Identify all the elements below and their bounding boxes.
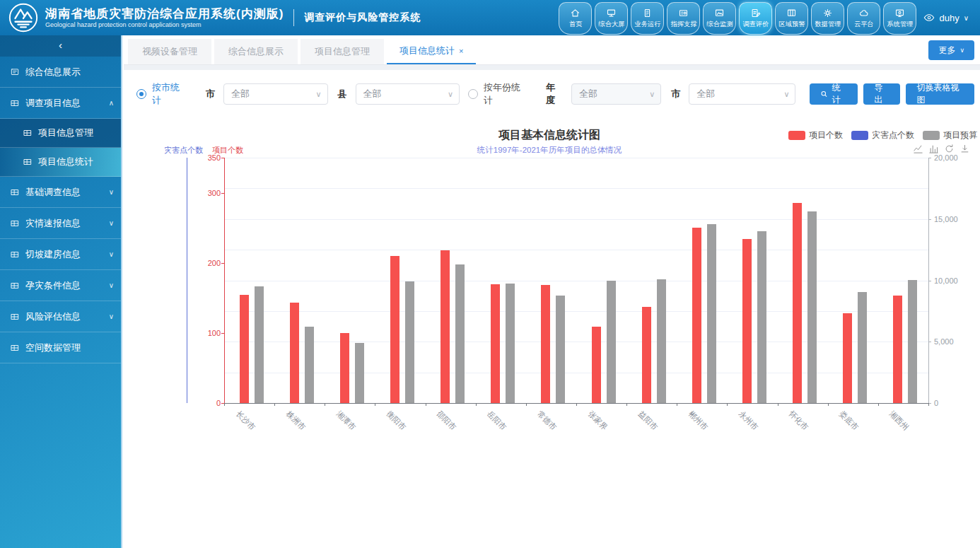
tab-3[interactable]: 项目信息统计× <box>387 39 476 64</box>
line-chart-icon <box>913 144 923 154</box>
x-axis-tick <box>325 403 325 406</box>
x-axis-category-label: 邵阳市 <box>434 409 458 433</box>
table-icon <box>10 281 20 291</box>
more-button[interactable]: 更多 ∨ <box>928 40 974 60</box>
nav-item-system-manage[interactable]: 系统管理 <box>883 2 916 35</box>
x-axis-tick <box>375 403 375 406</box>
download-tool[interactable] <box>959 144 970 156</box>
sidebar-item-4[interactable]: 基础调查信息∨ <box>0 177 121 208</box>
legend-label: 灾害点个数 <box>872 129 914 141</box>
x-axis-category-label: 常德市 <box>535 409 559 433</box>
sidebar-collapse-button[interactable]: ‹ <box>0 35 121 57</box>
bar-projects-11 <box>793 203 802 404</box>
city-select[interactable]: 全部∨ <box>223 83 327 105</box>
nav-item-region-warning[interactable]: 区域预警 <box>775 2 808 35</box>
tab-label: 综合信息展示 <box>228 45 284 58</box>
year-select[interactable]: 全部∨ <box>571 83 661 105</box>
x-axis-tick <box>526 403 527 406</box>
sidebar-item-1[interactable]: 调查项目信息∧ <box>0 88 121 119</box>
legend-item[interactable]: 项目预算 <box>923 129 977 141</box>
sidebar-item-3[interactable]: 项目信息统计 <box>0 148 121 177</box>
nav-item-label: 综合监测 <box>707 20 733 29</box>
sidebar-item-7[interactable]: 孕灾条件信息∨ <box>0 270 121 301</box>
by-city-radio-label[interactable]: 按市统计 <box>152 81 186 107</box>
nav-item-big-screen[interactable]: 综合大屏 <box>595 2 628 35</box>
x-axis-category-label: 益阳市 <box>636 409 660 433</box>
by-year-radio[interactable] <box>468 89 478 99</box>
grid-line <box>224 311 928 312</box>
more-button-label: 更多 <box>938 45 955 57</box>
statistics-button[interactable]: 统计 <box>810 83 858 105</box>
chevron-up-icon: ∧ <box>109 99 114 107</box>
sidebar-item-label: 灾情速报信息 <box>25 217 81 230</box>
tab-label: 项目信息管理 <box>315 45 370 58</box>
left-axis-tick <box>221 333 224 334</box>
bar-budget-9 <box>707 224 716 403</box>
nav-item-cloud[interactable]: 云平台 <box>847 2 880 35</box>
line-chart-tool[interactable] <box>913 144 923 156</box>
right-axis-tick <box>928 158 931 158</box>
filter-bar: 按市统计 市 全部∨ 县 全部∨ 按年份统计 年度 全部∨ 市 全部∨ 统计 <box>124 70 980 107</box>
county-select[interactable]: 全部∨ <box>356 83 460 105</box>
chevron-down-icon: ∨ <box>778 90 789 99</box>
eye-icon <box>923 12 935 23</box>
bar-budget-10 <box>757 231 766 403</box>
table-icon <box>23 128 33 138</box>
close-icon[interactable]: × <box>459 47 463 55</box>
right-axis-tick-label: 0 <box>934 399 938 407</box>
chevron-down-icon: ∨ <box>442 90 453 99</box>
legend-item[interactable]: 项目个数 <box>788 129 843 141</box>
city2-select[interactable]: 全部∨ <box>689 83 795 105</box>
top-nav: 首页综合大屏业务运行指挥支撑综合监测调查评价区域预警数据管理云平台系统管理 <box>559 1 916 35</box>
export-button[interactable]: 导出 <box>863 83 900 105</box>
left-axis-tick-label: 200 <box>191 259 221 267</box>
left-axis-tick-label: 100 <box>191 329 221 337</box>
sidebar-item-label: 切坡建房信息 <box>25 248 81 261</box>
by-city-radio[interactable] <box>136 89 146 99</box>
nav-item-business-run[interactable]: 业务运行 <box>631 2 664 35</box>
city2-label: 市 <box>671 88 680 100</box>
tab-label: 视频设备管理 <box>142 45 197 58</box>
bar-projects-9 <box>692 228 701 403</box>
sidebar-item-2[interactable]: 项目信息管理 <box>0 119 121 148</box>
nav-item-home[interactable]: 首页 <box>559 2 592 35</box>
nav-item-survey-evaluate[interactable]: 调查评价 <box>739 2 772 35</box>
chart-legend: 项目个数灾害点个数项目预算 <box>788 129 977 141</box>
nav-item-label: 云平台 <box>854 20 874 29</box>
by-year-radio-label[interactable]: 按年份统计 <box>484 81 526 107</box>
county-label: 县 <box>338 88 347 100</box>
tab-2[interactable]: 项目信息管理 <box>301 39 384 64</box>
nav-item-label: 业务运行 <box>635 20 661 29</box>
legend-item[interactable]: 灾害点个数 <box>851 129 914 141</box>
sidebar-item-9[interactable]: 空间数据管理 <box>0 332 121 363</box>
right-axis-tick <box>928 342 931 342</box>
table-view-button[interactable]: 切换表格视图 <box>906 83 974 105</box>
nav-item-data-manage[interactable]: 数据管理 <box>811 2 844 35</box>
x-axis-category-label: 衡阳市 <box>384 409 408 433</box>
system-subtitle-en: Geological hazard protection control app… <box>45 21 284 28</box>
bar-projects-3 <box>390 256 399 403</box>
sidebar-item-6[interactable]: 切坡建房信息∨ <box>0 239 121 270</box>
bar-projects-4 <box>441 250 450 403</box>
city2-select-value: 全部 <box>696 88 715 100</box>
sidebar-item-8[interactable]: 风险评估信息∨ <box>0 301 121 332</box>
bar-projects-6 <box>541 285 550 403</box>
nav-item-monitoring[interactable]: 综合监测 <box>703 2 736 35</box>
sidebar-item-5[interactable]: 灾情速报信息∨ <box>0 208 121 239</box>
user-menu[interactable]: duhy ∨ <box>923 12 969 23</box>
sidebar-item-0[interactable]: 综合信息展示 <box>0 57 121 88</box>
bar-projects-1 <box>290 303 299 403</box>
tab-bar: 视频设备管理综合信息展示项目信息管理项目信息统计× 更多 ∨ <box>124 35 980 65</box>
chevron-down-icon: ∨ <box>643 90 655 99</box>
x-axis-tick <box>274 403 275 406</box>
tab-1[interactable]: 综合信息展示 <box>214 39 298 64</box>
tab-label: 项目信息统计 <box>399 45 455 57</box>
nav-item-label: 调查评价 <box>743 20 769 29</box>
nav-item-command-support[interactable]: 指挥支撑 <box>667 2 700 35</box>
x-axis-tick <box>576 403 577 406</box>
bar-budget-13 <box>908 280 917 403</box>
sidebar-item-label: 基础调查信息 <box>25 186 81 199</box>
module-title: 调查评价与风险管控系统 <box>304 11 421 24</box>
tab-0[interactable]: 视频设备管理 <box>128 39 211 64</box>
bar-projects-8 <box>642 307 651 403</box>
